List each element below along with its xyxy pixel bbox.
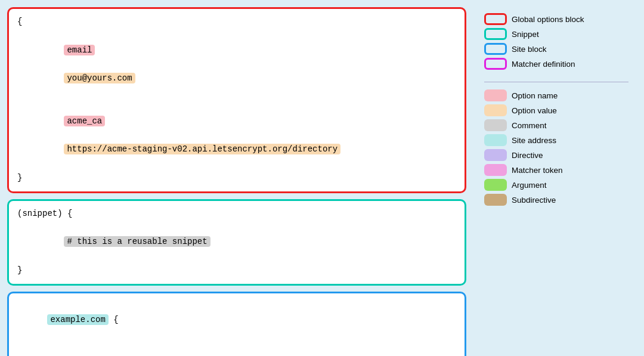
legend-global-options: Global options block <box>484 13 628 25</box>
snippet-open: (snippet) { <box>17 207 456 221</box>
email-key: email <box>64 45 95 55</box>
legend-global-label: Global options block <box>512 15 584 24</box>
legend-snippet-label: Snippet <box>512 30 539 39</box>
legend-snippet-icon <box>484 28 507 40</box>
legend-site-icon <box>484 43 507 55</box>
legend-matcher-def: Matcher definition <box>484 58 628 70</box>
acme-spacer <box>64 130 69 140</box>
acme-val: https://acme-staging-v02.api.letsencrypt… <box>64 144 340 154</box>
legend-snippet: Snippet <box>484 28 628 40</box>
comment-text: # this is a reusable snippet <box>64 236 210 247</box>
legend-matcher-token-label: Matcher token <box>512 166 563 175</box>
legend-directive-icon <box>484 149 507 161</box>
snippet-comment: # this is a reusable snippet <box>34 221 456 263</box>
legend-site-addr-icon <box>484 134 507 146</box>
site1-header: example.com { <box>17 299 456 342</box>
site1-addr: example.com <box>47 314 108 325</box>
legend-option-value-icon <box>484 104 507 116</box>
legend-subdirective-icon <box>484 194 507 206</box>
global-close: } <box>17 171 456 185</box>
legend-matcher-token: Matcher token <box>484 164 628 176</box>
legend-comment-icon <box>484 119 507 131</box>
legend-option-value: Option value <box>484 104 628 116</box>
global-open: { <box>17 15 456 29</box>
legend-site-address: Site address <box>484 134 628 146</box>
legend-directive: Directive <box>484 149 628 161</box>
global-options-block: { email you@yours.com acme_ca https://ac… <box>7 7 466 193</box>
acme-key: acme_ca <box>64 116 105 126</box>
legend-matcher-icon <box>484 58 507 70</box>
legend-comment: Comment <box>484 119 628 131</box>
legend-site-addr-label: Site address <box>512 136 556 145</box>
legend-option-name: Option name <box>484 89 628 101</box>
legend-subdirective-label: Subdirective <box>512 196 556 205</box>
global-email-line: email you@yours.com <box>34 29 456 100</box>
legend-tokens-section: Option name Option value Comment Site ad… <box>484 89 628 206</box>
legend-subdirective: Subdirective <box>484 194 628 206</box>
legend-matcher-token-icon <box>484 164 507 176</box>
legend-directive-label: Directive <box>512 151 543 160</box>
legend-site-label: Site block <box>512 45 547 54</box>
left-panel: { email you@yours.com acme_ca https://ac… <box>7 7 466 349</box>
snippet-close: } <box>17 264 456 278</box>
site1-block: example.com { @post { method POST } reve… <box>7 292 466 356</box>
email-val: you@yours.com <box>64 73 135 83</box>
legend-argument-icon <box>484 179 507 191</box>
snippet-block: (snippet) { # this is a reusable snippet… <box>7 199 466 286</box>
legend-divider <box>484 82 628 82</box>
legend-matcher-label: Matcher definition <box>512 60 575 69</box>
legend-option-name-icon <box>484 89 507 101</box>
legend-global-icon <box>484 13 507 25</box>
global-acme-line: acme_ca https://acme-staging-v02.api.let… <box>34 100 456 171</box>
legend-option-value-label: Option value <box>512 106 557 115</box>
legend-blocks-section: Global options block Snippet Site block … <box>484 13 628 70</box>
legend-option-name-label: Option name <box>512 91 558 100</box>
email-spacer <box>64 59 84 69</box>
legend-panel: Global options block Snippet Site block … <box>476 7 637 349</box>
legend-site-block: Site block <box>484 43 628 55</box>
site1-matcher-def: @post { method POST } <box>34 342 456 356</box>
legend-comment-label: Comment <box>512 121 547 130</box>
legend-argument-label: Argument <box>512 181 547 190</box>
legend-argument: Argument <box>484 179 628 191</box>
